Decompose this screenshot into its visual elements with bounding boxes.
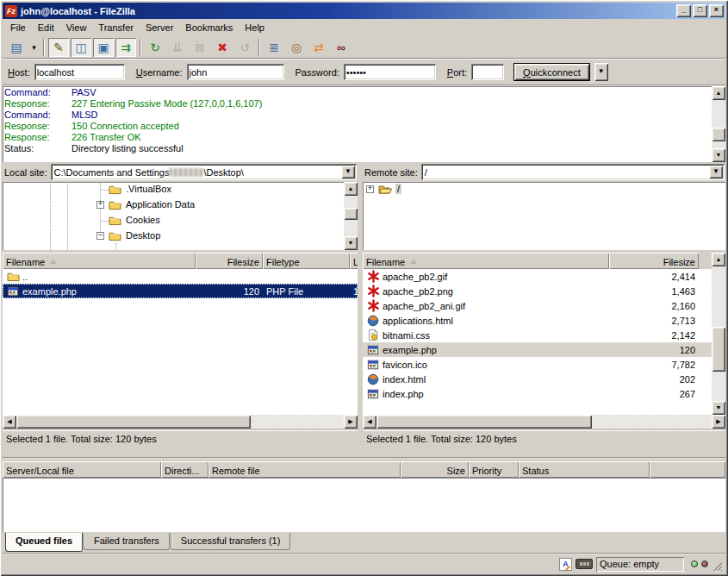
- tree-item-application-data[interactable]: +Application Data: [3, 197, 344, 213]
- scroll-up-icon[interactable]: ▲: [712, 86, 725, 100]
- file-cell-text: 2,713: [671, 316, 695, 326]
- quickconnect-bar: Host: Username: Password: Port: Quickcon…: [3, 59, 725, 86]
- cancel-operation-button[interactable]: ⊠: [190, 38, 210, 57]
- tree-item-cookies[interactable]: Cookies: [3, 213, 344, 229]
- queue-column-priority[interactable]: Priority: [469, 461, 519, 478]
- queue-column-server-local-file[interactable]: Server/Local file: [3, 461, 161, 478]
- scroll-down-icon[interactable]: ▼: [344, 236, 358, 250]
- tree-item-desktop[interactable]: −Desktop: [3, 229, 344, 244]
- toggle-message-log-button[interactable]: ✎: [48, 38, 69, 57]
- password-input[interactable]: [344, 64, 436, 80]
- local-horizontal-scrollbar[interactable]: ◀ ▶: [3, 415, 358, 429]
- scroll-right-icon[interactable]: ▶: [712, 415, 725, 429]
- queue-view-icon: ⇉: [121, 41, 131, 54]
- sync-browse-button[interactable]: ⇄: [308, 38, 329, 57]
- sort-ascending-icon: [50, 260, 57, 264]
- menu-edit[interactable]: Edit: [32, 21, 60, 35]
- resize-grip[interactable]: [712, 560, 723, 572]
- menu-server[interactable]: Server: [140, 21, 179, 35]
- chevron-down-icon[interactable]: ▼: [341, 166, 355, 178]
- queue-column-empty[interactable]: [650, 461, 725, 478]
- menu-view[interactable]: View: [60, 21, 93, 35]
- tab-failed-transfers[interactable]: Failed transfers: [84, 533, 170, 550]
- file-cell-text: apache_pb2.gif: [383, 272, 447, 282]
- scroll-right-icon[interactable]: ▶: [344, 415, 358, 429]
- transfer-type-icon[interactable]: A: [559, 558, 572, 571]
- collapse-icon[interactable]: −: [96, 232, 104, 240]
- scroll-down-icon[interactable]: ▼: [712, 401, 725, 415]
- remote-file-row-apache-pb2-png[interactable]: apache_pb2.png1,463: [363, 284, 712, 298]
- remote-file-row-apache-pb2-ani-gif[interactable]: apache_pb2_ani.gif2,160: [363, 298, 712, 313]
- menu-help[interactable]: Help: [239, 21, 271, 35]
- remote-list-scrollbar[interactable]: ▲ ▼: [712, 253, 725, 415]
- menu-transfer[interactable]: Transfer: [92, 21, 140, 35]
- menu-bookmarks[interactable]: Bookmarks: [179, 21, 239, 35]
- port-input[interactable]: [471, 64, 504, 80]
- close-button[interactable]: ×: [709, 4, 724, 17]
- disconnect-button[interactable]: ✖: [212, 38, 233, 57]
- filter-button[interactable]: ≣: [264, 38, 284, 57]
- remote-hscroll-thumb[interactable]: [376, 415, 592, 429]
- remote-list-scroll-thumb[interactable]: [712, 327, 725, 372]
- toggle-local-tree-button[interactable]: ◫: [71, 38, 91, 57]
- site-manager-button[interactable]: ▤: [6, 38, 27, 57]
- tab-queued-files[interactable]: Queued files: [5, 533, 83, 552]
- remote-file-row-apache-pb2-gif[interactable]: apache_pb2.gif2,414: [363, 269, 712, 284]
- username-input[interactable]: [187, 64, 284, 80]
- chevron-down-icon[interactable]: ▼: [709, 166, 723, 178]
- toggle-queue-button[interactable]: ⇉: [115, 38, 136, 57]
- expand-icon[interactable]: +: [96, 201, 104, 209]
- scroll-left-icon[interactable]: ◀: [3, 415, 16, 429]
- compare-button[interactable]: ◎: [286, 38, 307, 57]
- remote-file-row-index-html[interactable]: index.html202: [363, 372, 712, 386]
- remote-site-combo[interactable]: / ▼: [421, 164, 725, 180]
- queue-column-size[interactable]: Size: [401, 461, 469, 478]
- scroll-up-icon[interactable]: ▲: [344, 182, 358, 196]
- log-line-text: 227 Entering Passive Mode (127,0,0,1,6,1…: [72, 98, 262, 110]
- column-header-filename[interactable]: Filename: [3, 253, 196, 269]
- local-hscroll-thumb[interactable]: [16, 415, 251, 429]
- remote-file-row-favicon-ico[interactable]: favicon.ico7,782: [363, 357, 712, 372]
- local-file-row--[interactable]: ..: [3, 269, 358, 284]
- menu-file[interactable]: File: [4, 21, 32, 35]
- find-button[interactable]: ∞: [331, 38, 352, 57]
- remote-file-row-index-php[interactable]: index.php267: [363, 386, 712, 401]
- queue-column-status[interactable]: Status: [519, 461, 650, 478]
- expand-icon[interactable]: +: [366, 185, 374, 193]
- remote-horizontal-scrollbar[interactable]: ◀ ▶: [363, 415, 725, 429]
- reconnect-button[interactable]: ↺: [234, 38, 255, 57]
- scroll-up-icon[interactable]: ▲: [712, 253, 725, 266]
- remote-file-row-example-php[interactable]: example.php120: [363, 342, 712, 357]
- toggle-remote-tree-button[interactable]: ▣: [93, 38, 114, 57]
- column-header-l[interactable]: L: [350, 253, 358, 269]
- minimize-button[interactable]: _: [676, 4, 691, 17]
- host-input[interactable]: [34, 64, 125, 80]
- process-queue-button[interactable]: ⇊: [167, 38, 188, 57]
- queue-column-remote-file[interactable]: Remote file: [208, 461, 401, 478]
- scroll-down-icon[interactable]: ▼: [712, 148, 725, 162]
- column-header-filename[interactable]: Filename: [363, 253, 609, 269]
- local-tree-scroll-thumb[interactable]: [344, 208, 358, 220]
- app-icon[interactable]: Fz: [5, 5, 17, 17]
- quickconnect-dropdown[interactable]: ▼: [594, 63, 608, 81]
- column-header-filetype[interactable]: Filetype: [263, 253, 350, 269]
- tree-item-root[interactable]: +/: [363, 182, 725, 197]
- tree-item--virtualbox[interactable]: .VirtualBox: [3, 182, 344, 197]
- tab-successful-transfers-1-[interactable]: Successful transfers (1): [171, 533, 291, 550]
- log-scroll-thumb[interactable]: [712, 128, 725, 141]
- local-file-row-example-php[interactable]: example.php120PHP File1: [3, 284, 358, 298]
- refresh-button[interactable]: ↻: [145, 38, 165, 57]
- log-vertical-scrollbar[interactable]: ▲ ▼: [712, 86, 725, 162]
- remote-file-row-applications-html[interactable]: applications.html2,713: [363, 313, 712, 328]
- queue-column-directi-[interactable]: Directi...: [161, 461, 208, 478]
- column-header-filesize[interactable]: Filesize: [196, 253, 263, 269]
- site-manager-dropdown[interactable]: ▾: [28, 38, 40, 57]
- speedlimit-icon[interactable]: [576, 559, 593, 569]
- maximize-button[interactable]: □: [693, 4, 707, 17]
- local-tree-scrollbar[interactable]: ▲ ▼: [344, 182, 358, 250]
- remote-file-row-bitnami-css[interactable]: bitnami.css2,142: [363, 328, 712, 342]
- local-site-combo[interactable]: C:\Documents and Settings\Desktop\ ▼: [51, 164, 357, 180]
- scroll-left-icon[interactable]: ◀: [363, 415, 376, 429]
- quickconnect-button[interactable]: Quickconnect: [513, 63, 590, 81]
- column-header-filesize[interactable]: Filesize: [609, 253, 699, 269]
